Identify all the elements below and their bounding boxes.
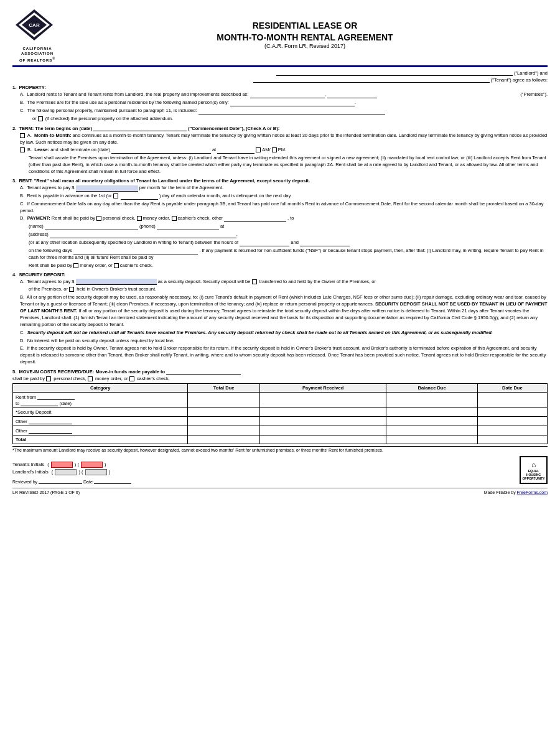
tenant-line: ("Tenant") agree as follows: <box>12 77 548 83</box>
section-1-title: 1. PROPERTY: <box>12 85 548 90</box>
section-4d: D. No interest will be paid on security … <box>12 338 548 345</box>
equal-housing-logo: ⌂ EQUAL HOUSING OPPORTUNITY <box>520 456 548 484</box>
section-1-property: 1. PROPERTY: A. Landlord rents to Tenant… <box>12 85 548 123</box>
payee-name-field[interactable] <box>45 224 138 230</box>
landlords-initials-row: Landlord's Initials ( ) ( ) <box>12 469 520 475</box>
total-date-due-cell[interactable] <box>477 435 547 444</box>
rent-to-field[interactable] <box>21 400 58 406</box>
other2-balance-due-cell[interactable] <box>386 426 477 435</box>
personal-check-checkbox[interactable] <box>96 216 101 221</box>
car-logo: CAR <box>12 6 56 44</box>
property-address-field[interactable] <box>250 92 325 98</box>
document-header: CAR CALIFORNIA ASSOCIATION OF REALTORS® … <box>12 6 548 67</box>
other1-payment-received-cell[interactable] <box>259 417 386 426</box>
total-payment-received-cell[interactable] <box>259 435 386 444</box>
security-deposit-field[interactable] <box>76 279 157 285</box>
section-5-movein: 5. MOVE-IN COSTS RECEIVED/DUE: Move-in f… <box>12 368 548 452</box>
section-1a: A. Landlord rents to Tenant and Tenant r… <box>12 91 548 98</box>
security-deposit-footnote: *The maximum amount Landlord may receive… <box>12 446 548 452</box>
security-balance-due-cell[interactable] <box>386 408 477 417</box>
section-1b: B. The Premises are for the sole use as … <box>12 100 548 106</box>
other1-date-due-cell[interactable] <box>477 417 547 426</box>
document-footer: Tenant's Initials ( ) ( ) Landlord's Ini… <box>12 456 548 484</box>
rent-from-label: Rent from <box>16 394 36 400</box>
table-row-other1: Other <box>13 417 548 426</box>
rent-payment-received-cell[interactable] <box>259 393 386 408</box>
freeforms-credit: Made Fillable by FreeForms.com <box>484 490 548 495</box>
logo-area: CAR CALIFORNIA ASSOCIATION OF REALTORS® <box>12 6 62 63</box>
transferred-checkbox[interactable] <box>252 279 257 284</box>
reviewed-line: Reviewed by Date <box>12 478 520 484</box>
month-to-month-checkbox[interactable] <box>20 133 25 138</box>
cashiers2-checkbox[interactable] <box>114 263 119 268</box>
tenant-initial-1[interactable] <box>51 462 73 468</box>
freeforms-link[interactable]: FreeForms.com <box>517 490 548 495</box>
other2-total-due-cell[interactable] <box>188 426 259 435</box>
rent-date-due-cell[interactable] <box>477 393 547 408</box>
tenants-initials-row: Tenant's Initials ( ) ( ) <box>12 462 520 468</box>
rent-day-checkbox[interactable] <box>113 193 118 198</box>
held-broker-checkbox[interactable] <box>69 287 74 292</box>
other1-total-due-cell[interactable] <box>188 417 259 426</box>
section-3-rent: 3. RENT: "Rent" shall mean all monetary … <box>12 178 548 269</box>
section-3a: A. Tenant agrees to pay $ per month for … <box>12 185 548 192</box>
s5-cashiers-checkbox[interactable] <box>129 376 134 381</box>
table-row-security: *Security Deposit <box>13 408 548 417</box>
personal-property-field[interactable] <box>198 108 385 114</box>
rent-balance-due-cell[interactable] <box>386 393 477 408</box>
rent-day-field[interactable] <box>121 193 158 200</box>
reviewed-date-field[interactable] <box>94 478 131 484</box>
col-total-due: Total Due <box>188 384 259 393</box>
section-3d: D. PAYMENT: Rent shall be paid by person… <box>12 215 548 269</box>
payable-to-field[interactable] <box>166 368 241 375</box>
table-row-other2: Other <box>13 426 548 435</box>
other2-category-field[interactable] <box>29 427 72 434</box>
reviewed-by-field[interactable] <box>39 478 82 484</box>
landlord-line: ("Landlord") and <box>12 70 548 76</box>
cashiers-check-checkbox[interactable] <box>172 216 177 221</box>
payee-address-field[interactable] <box>50 232 236 238</box>
section-4-security: 4. SECURITY DEPOSIT: A. Tenant agrees to… <box>12 272 548 366</box>
landlord-initial-2[interactable] <box>85 469 107 475</box>
section-2-title: TERM: <box>19 126 34 131</box>
lease-checkbox[interactable] <box>20 147 25 152</box>
addendum-checkbox[interactable] <box>38 116 43 121</box>
lease-end-time-field[interactable] <box>217 147 254 154</box>
section-2-term: 2. TERM: The term begins on (date) ("Com… <box>12 125 548 175</box>
initials-area: Tenant's Initials ( ) ( ) Landlord's Ini… <box>12 462 520 484</box>
payee-phone-field[interactable] <box>157 224 219 230</box>
money-order-checkbox[interactable] <box>137 216 142 221</box>
col-date-due: Date Due <box>477 384 547 393</box>
security-date-due-cell[interactable] <box>477 408 547 417</box>
tenant-initial-2[interactable] <box>81 462 103 468</box>
monthly-rent-field[interactable] <box>76 185 138 192</box>
document-title-sub: (C.A.R. Form LR, Revised 2017) <box>62 43 548 49</box>
lease-end-date-field[interactable] <box>111 147 211 154</box>
other2-payment-received-cell[interactable] <box>259 426 386 435</box>
section-5-title: MOVE-IN COSTS RECEIVED/DUE: <box>19 369 94 375</box>
city-field[interactable] <box>327 92 377 98</box>
other-payment-field[interactable] <box>224 216 286 222</box>
other1-balance-due-cell[interactable] <box>386 417 477 426</box>
rent-from-field[interactable] <box>37 394 75 400</box>
hours-end-field[interactable] <box>300 240 350 246</box>
section-4b: B. All or any portion of the security de… <box>12 294 548 328</box>
money-order2-checkbox[interactable] <box>73 263 78 268</box>
pm-checkbox[interactable] <box>272 147 277 152</box>
am-checkbox[interactable] <box>256 147 261 152</box>
rent-total-due-cell[interactable] <box>188 393 259 408</box>
other2-date-due-cell[interactable] <box>477 426 547 435</box>
hours-start-field[interactable] <box>240 240 289 246</box>
table-row-rent: Rent from to (date) <box>13 393 548 408</box>
total-total-due-cell[interactable] <box>188 435 259 444</box>
other1-category-field[interactable] <box>29 418 72 424</box>
s5-money-order-checkbox[interactable] <box>88 376 93 381</box>
total-balance-due-cell[interactable] <box>386 435 477 444</box>
named-persons-field[interactable] <box>230 100 355 106</box>
following-days-field[interactable] <box>73 248 198 254</box>
s5-personal-check-checkbox[interactable] <box>46 376 51 381</box>
term-start-date-field[interactable] <box>93 125 187 131</box>
landlord-initial-1[interactable] <box>55 469 77 475</box>
security-total-due-cell[interactable] <box>188 408 259 417</box>
security-payment-received-cell[interactable] <box>259 408 386 417</box>
